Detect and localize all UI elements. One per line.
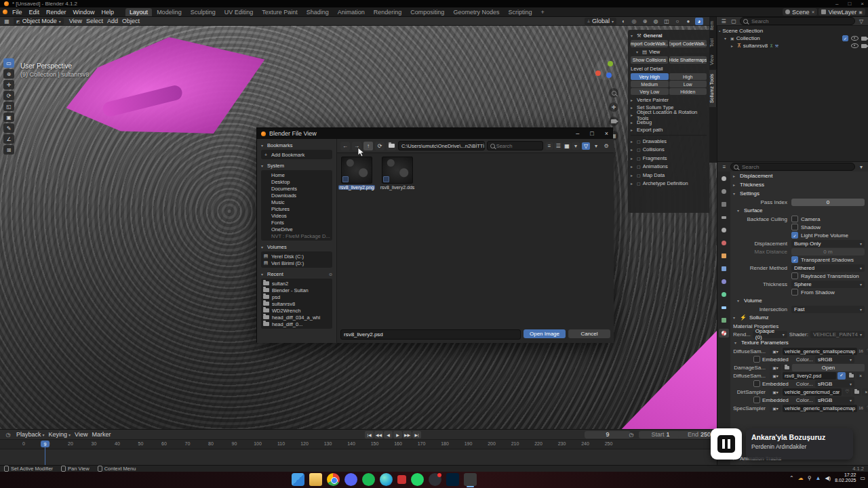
recent-item[interactable]: Blender - Sultan (263, 287, 330, 293)
play-reverse-button[interactable]: ◀ (384, 431, 393, 439)
viewlayer-selector[interactable]: ViewLayer ▣ (818, 8, 865, 16)
intersection-dropdown[interactable]: Fast▾ (791, 306, 865, 313)
marker-menu[interactable]: Marker (92, 431, 111, 438)
taskbar-app-icon[interactable] (464, 473, 477, 486)
open-image-icon[interactable] (783, 364, 791, 371)
viewport-menu-item[interactable]: Object (122, 18, 140, 24)
outliner-row-scene-collection[interactable]: ▪Scene Collection (719, 27, 867, 35)
dialog-minimize-button[interactable]: – (576, 130, 579, 137)
sollumz-panel-row[interactable]: ▸▢Animations (631, 163, 707, 171)
gizmo-z-axis[interactable] (606, 73, 612, 78)
render-bucket-dropdown[interactable]: Opaque (0)▾ (753, 331, 787, 338)
menu-item[interactable]: Window (70, 8, 98, 16)
shading-material-icon[interactable]: ◕ (695, 18, 703, 25)
tool-measure[interactable]: ∠ (3, 134, 14, 144)
file-thumb-png[interactable]: rsv8_livery2.png (341, 157, 372, 325)
sollumz-panel[interactable]: ▾⚡Sollumz (730, 313, 868, 322)
image-name-field[interactable]: vehicle_generic_smallspecmap (783, 348, 857, 355)
outliner-filter-obj-icon[interactable]: ▢ (730, 18, 738, 25)
taskbar-app-icon[interactable] (380, 473, 393, 486)
system-item[interactable]: Videos (263, 212, 330, 219)
thickness-dropdown[interactable]: Sphere▾ (791, 281, 865, 288)
properties-search[interactable] (730, 163, 855, 171)
orientation-dropdown[interactable]: ⟂Global▾ (585, 18, 616, 25)
add-bookmark-button[interactable]: +Add Bookmark (263, 151, 330, 158)
properties-options-icon[interactable]: ▾ (857, 163, 865, 171)
menu-item[interactable]: Help (98, 8, 118, 16)
fake-user-icon[interactable]: ♡ (843, 388, 851, 396)
max-distance-field[interactable]: 0 m (791, 248, 865, 256)
next-keyframe-button[interactable]: ▶▶ (403, 431, 412, 439)
image-browse-icon[interactable]: ▣▾ (770, 372, 781, 380)
image-name-field[interactable]: vehicle_generic_smallspecmap (783, 405, 857, 412)
general-section-title[interactable]: General (644, 33, 663, 39)
displacement-panel[interactable]: ▸Displacement (730, 171, 868, 180)
system-item[interactable]: Pictures (263, 205, 330, 212)
hide-shattermaps-button[interactable]: Hide Shattermaps (669, 56, 707, 64)
cancel-button[interactable]: Cancel (568, 329, 610, 338)
view-section-title[interactable]: View (649, 49, 660, 55)
viewport-menu-item[interactable]: Select (86, 18, 103, 24)
system-item[interactable]: Home (263, 171, 330, 178)
disable-render-icon[interactable] (861, 44, 867, 48)
mode-dropdown[interactable]: ◩Object Mode▾ (14, 18, 64, 25)
volumes-section[interactable]: Volumes (267, 244, 287, 250)
keying-menu[interactable]: Keying▾ (49, 431, 71, 438)
hide-eye-icon[interactable] (851, 43, 859, 48)
current-frame-field[interactable]: 9 (585, 431, 631, 439)
xray-toggle-icon[interactable]: ◫ (663, 18, 671, 25)
tab-viewlayer-icon[interactable] (719, 213, 729, 222)
tab-modifiers-icon[interactable] (719, 264, 729, 273)
dialog-titlebar[interactable]: Blender File View – □ × (257, 128, 612, 139)
workspace-tab[interactable]: Layout (125, 8, 152, 16)
outliner-display-mode-icon[interactable]: ☰ (719, 18, 728, 25)
menu-item[interactable]: Edit (26, 8, 43, 16)
zoom-icon[interactable] (609, 88, 618, 98)
gizmo-x-axis[interactable] (595, 70, 601, 76)
open-image-icon[interactable] (852, 388, 861, 396)
workspace-tab[interactable]: Modeling (153, 8, 186, 16)
recent-item[interactable]: head_diff_0... (263, 321, 330, 327)
render-method-dropdown[interactable]: Dithered▾ (791, 264, 865, 272)
recent-item[interactable]: WD2Wrench (263, 307, 330, 314)
system-item[interactable]: OneDrive (263, 226, 330, 232)
proportional-edit-icon[interactable]: ◎ (630, 18, 638, 25)
texture-params-section[interactable]: ▾Texture Parameters (730, 338, 868, 347)
filter-caret[interactable]: ▾ (592, 142, 600, 150)
gizmo-y-axis[interactable] (608, 61, 613, 66)
tab-view[interactable]: View (709, 51, 717, 69)
sollumz-tool-row[interactable]: ▸Vertex Painter (631, 96, 707, 104)
display-horizontal-list-icon[interactable]: ☰ (554, 142, 562, 150)
blender-menu-icon[interactable] (3, 9, 7, 14)
properties-editor-type-icon[interactable]: ≡ (720, 163, 728, 171)
tab-tool-icon[interactable] (719, 174, 729, 183)
lod-option[interactable]: Medium (631, 81, 669, 87)
outliner-filter-icon[interactable]: ▽ (857, 18, 865, 25)
sollumz-panel-row[interactable]: ▸▢Drawables (631, 137, 707, 146)
tool-cursor[interactable]: ⊕ (3, 69, 14, 79)
lod-option[interactable]: Hidden (669, 88, 707, 95)
outliner-search-input[interactable] (750, 18, 852, 25)
show-collisions-button[interactable]: Show Collisions (631, 56, 668, 64)
shader-dropdown[interactable]: VEHICLE_PAINT4▾ (810, 331, 865, 338)
import-codewalker-button[interactable]: Import CodeWalk... (631, 40, 668, 47)
tray-security-shield-icon[interactable]: ▲ (816, 475, 821, 481)
playback-menu[interactable]: Playback▾ (16, 431, 45, 438)
image-browse-icon[interactable]: ▣▾ (770, 364, 781, 371)
surface-section[interactable]: ▾Surface (730, 206, 868, 215)
tab-physics-icon[interactable] (719, 290, 729, 299)
timeline-tracks[interactable] (0, 449, 717, 466)
workspace-tab[interactable]: Rendering (370, 8, 406, 16)
image-name-field[interactable]: vehicle_genericmud_car (783, 388, 842, 396)
light-probe-checkbox[interactable]: ✓ (791, 232, 798, 239)
system-item[interactable]: Music (263, 199, 330, 205)
back-button[interactable]: ← (340, 142, 350, 150)
lod-option[interactable]: Very High (631, 73, 669, 80)
lod-option[interactable]: Very Low (631, 88, 669, 95)
pass-index-field[interactable]: 0 (791, 199, 865, 206)
lod-option[interactable]: Low (669, 81, 707, 87)
sollumz-panel-row[interactable]: ▸▢Fragments (631, 154, 707, 163)
sollumz-panel-row[interactable]: ▸▢Collisions (631, 146, 707, 155)
taskbar-app-icon[interactable] (362, 473, 375, 486)
scene-selector[interactable]: Scene ✕ (783, 8, 818, 16)
